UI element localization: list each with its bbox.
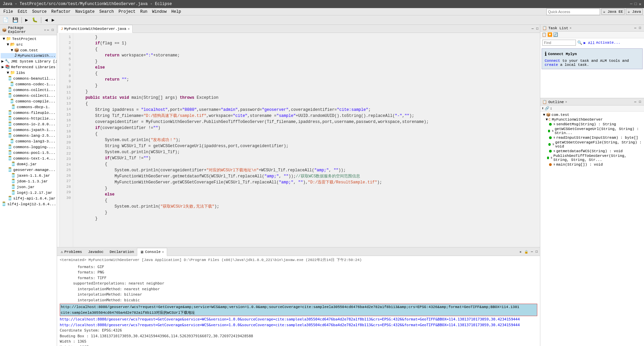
- code-content[interactable]: } if(flag == 1) { return workspace+":"+s…: [73, 33, 540, 247]
- outline-method-4[interactable]: s getWCSGetCoverageFile(String, String) …: [541, 140, 643, 149]
- save-button[interactable]: 💾: [11, 16, 19, 24]
- outline-class[interactable]: ▼ C MyFunctionWithGeoServer: [541, 117, 643, 122]
- tree-item-jar-jdom[interactable]: 🫙 jdom-1.1.3.jar: [1, 178, 56, 184]
- tree-item-jar-4[interactable]: 🫙 commons-collecti...: [1, 93, 56, 98]
- all-button[interactable]: ▶ All: [584, 41, 595, 45]
- collapse-all-button[interactable]: ⬆: [542, 106, 544, 111]
- refresh-button[interactable]: 🔄: [553, 32, 558, 37]
- tree-item-jar-slf4j2[interactable]: 🫙 slf4j-log4j12-1.6.4...: [1, 201, 56, 207]
- method-icon-4: [548, 143, 551, 146]
- minimize-editor-button[interactable]: —: [531, 27, 535, 31]
- toolbar-sep-2: [41, 17, 41, 23]
- tree-item-jar-5[interactable]: 🫙 commons-compile...: [1, 98, 56, 104]
- tree-item-jar-json[interactable]: 🫙 json.jar: [1, 184, 56, 190]
- tree-item-jar-geoserver[interactable]: 🫙 geoserver-manage...: [1, 167, 56, 173]
- outline-method-3[interactable]: s readInputStream(InputStream) : byte[]: [541, 135, 643, 140]
- link-editor-button[interactable]: 🔗: [545, 106, 549, 111]
- editor-tab-myfunction[interactable]: J MyFunctionWithGeoServer.java ✕: [58, 25, 133, 33]
- minimize-button[interactable]: —: [630, 2, 632, 7]
- task-list-minimize[interactable]: —: [633, 26, 637, 30]
- tree-item-jar-3[interactable]: 🫙 commons-collecti...: [1, 87, 56, 93]
- tab-problems[interactable]: ⚠ Problems: [58, 248, 85, 256]
- java-ee-button[interactable]: ☕ Java EE: [601, 8, 625, 15]
- task-list-maximize[interactable]: □: [638, 26, 642, 30]
- tree-item-jar-log4j[interactable]: 🫙 log4j-1.2.17.jar: [1, 190, 56, 196]
- mylyn-create-link[interactable]: create: [545, 63, 558, 67]
- jar-icon: 🫙: [7, 116, 12, 121]
- tree-item-reflib[interactable]: ▶ 📚 Referenced Libraries: [1, 64, 56, 70]
- minimize-pane-button[interactable]: —: [46, 28, 50, 32]
- debug-button[interactable]: 🐛: [31, 16, 39, 24]
- outline-maximize[interactable]: □: [638, 100, 642, 104]
- outline-method-1[interactable]: s sendGetMsg(String) : String: [541, 122, 643, 127]
- menu-window[interactable]: Window: [150, 9, 168, 15]
- tree-item-jar-jaxen[interactable]: 🫙 jaxen-1.1.6.jar: [1, 173, 56, 178]
- tree-item-comtest[interactable]: ▼ 📦 com.test: [1, 47, 56, 53]
- tree-item-jar-7[interactable]: 🫙 commons-fileuplo...: [1, 110, 56, 116]
- libs-folder-icon: 📁: [10, 70, 15, 75]
- maximize-pane-button[interactable]: □: [51, 28, 55, 32]
- tree-item-jar-slf4j[interactable]: 🫙 slf4j-api-1.6.4.jar: [1, 196, 56, 201]
- console-tab-close[interactable]: ✕: [162, 250, 164, 254]
- tab-console[interactable]: 🖥 Console ✕: [137, 248, 167, 256]
- tab-close-button[interactable]: ✕: [128, 27, 130, 31]
- menu-file[interactable]: File: [1, 9, 15, 15]
- sort-button[interactable]: ↕: [550, 106, 552, 111]
- new-button[interactable]: 📄: [1, 16, 10, 24]
- tree-item-myfunction[interactable]: J MyFunctionWith...: [1, 53, 56, 58]
- task-find-input[interactable]: [542, 40, 576, 46]
- menu-edit[interactable]: Edit: [16, 9, 30, 15]
- back-button[interactable]: ◀: [43, 16, 49, 24]
- console-content[interactable]: <terminated> MyFunctionWithGeoServer [Ja…: [57, 256, 540, 346]
- menu-project[interactable]: Project: [116, 9, 137, 15]
- outline-package[interactable]: ▼ 📦 com.test: [541, 112, 643, 117]
- menu-search[interactable]: Search: [97, 9, 116, 15]
- tab-declaration[interactable]: Declaration: [107, 248, 137, 256]
- forward-button[interactable]: ▶: [50, 16, 56, 24]
- outline-minimize[interactable]: —: [633, 100, 637, 104]
- tree-item-jar-15[interactable]: 🫙 commons-text-1.4...: [1, 156, 56, 161]
- task-list-title-area: 📋 Task List ✕: [542, 26, 572, 30]
- maximize-bottom-button[interactable]: □: [535, 250, 539, 254]
- menu-run[interactable]: Run: [138, 9, 150, 15]
- maximize-button[interactable]: □: [635, 2, 637, 7]
- close-button[interactable]: ✕: [639, 2, 641, 7]
- menu-source[interactable]: Source: [30, 9, 49, 15]
- tree-item-jar-14[interactable]: 🫙 commons-pool-1.5...: [1, 150, 56, 156]
- tree-item-jar-9[interactable]: 🫙 commons-io-2.8.0...: [1, 121, 56, 127]
- new-task-button[interactable]: 📋: [542, 32, 547, 37]
- tree-item-testproject[interactable]: ▼ 📁 TestProject: [1, 36, 56, 42]
- tree-item-jar-12[interactable]: 🫙 commons-lang3-3...: [1, 138, 56, 144]
- tab-javadoc[interactable]: Javadoc: [85, 248, 106, 256]
- outline-method-2[interactable]: s getWCSGetCoverageUrl(String, String) :…: [541, 127, 643, 135]
- menu-help[interactable]: Help: [169, 9, 183, 15]
- tree-item-libs[interactable]: ▼ 📁 libs: [1, 70, 56, 76]
- method-label-5: getmetdataofWCS(String) : void: [556, 149, 623, 153]
- tree-item-jar-13[interactable]: 🫙 commons-logging-...: [1, 144, 56, 150]
- tree-item-jre[interactable]: ▶ 🔧 JRE System Library [Jd: [1, 58, 56, 64]
- maximize-editor-button[interactable]: □: [535, 27, 539, 31]
- tree-item-jar-10[interactable]: 🫙 commons-jxpath-1...: [1, 127, 56, 133]
- tree-item-jar-1[interactable]: 🫙 commons-beanutil...: [1, 76, 56, 81]
- tree-item-jar-dom4j[interactable]: 🫙 dom4j.jar: [1, 161, 56, 167]
- scroll-lock-button[interactable]: 🔒: [523, 250, 529, 254]
- filter-button[interactable]: 🔽: [547, 32, 552, 37]
- java-button[interactable]: ☕ Java: [626, 8, 643, 15]
- tree-item-jar-6[interactable]: 🫙 commons-dbcp-1.: [1, 104, 56, 110]
- menu-refactor[interactable]: Refactor: [49, 9, 73, 15]
- outline-method-7[interactable]: s main(String[]) : void: [541, 162, 643, 167]
- quick-access-input[interactable]: [546, 8, 600, 15]
- tree-item-src[interactable]: ▼ 📂 src: [1, 42, 56, 47]
- tree-item-jar-11[interactable]: 🫙 commons-lang-2.5...: [1, 133, 56, 138]
- outline-method-6[interactable]: s PublishGeoTiffToGeoServer(String, Stri…: [541, 154, 643, 162]
- activate-button[interactable]: Activate...: [596, 41, 621, 45]
- menu-navigate[interactable]: Navigate: [73, 9, 97, 15]
- mylyn-connect-link[interactable]: Connect: [545, 59, 560, 63]
- tree-item-jar-2[interactable]: 🫙 commons-codec-1...: [1, 81, 56, 87]
- minimize-bottom-button[interactable]: —: [530, 250, 534, 254]
- clear-console-button[interactable]: ✕: [518, 250, 523, 254]
- bottom-panel-controls: ✕ 🔒 — □: [518, 248, 540, 256]
- tree-item-jar-8[interactable]: 🫙 commons-httpclie...: [1, 116, 56, 121]
- outline-method-5[interactable]: s getmetdataofWCS(String) : void: [541, 149, 643, 154]
- run-button[interactable]: ▶: [24, 16, 29, 24]
